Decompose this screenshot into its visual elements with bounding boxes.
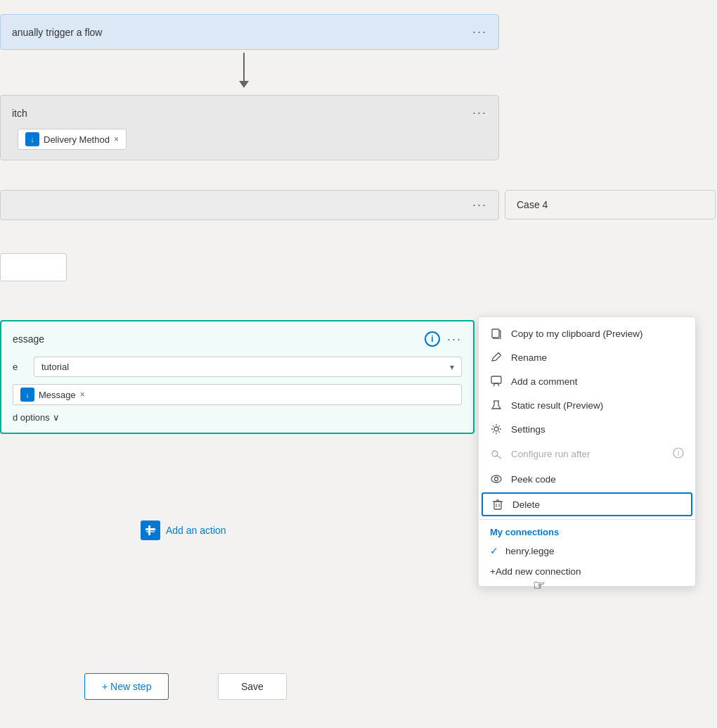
- message-tag-icon: ↓: [20, 388, 34, 402]
- new-step-button[interactable]: + New step: [84, 673, 169, 700]
- menu-add-connection[interactable]: +Add new connection: [479, 561, 695, 582]
- case4-title: Case 4: [517, 199, 548, 210]
- chevron-down-options-icon: ∨: [53, 412, 60, 423]
- message-tag-label: Message: [39, 390, 76, 400]
- menu-item-peek-code[interactable]: Peek code: [479, 467, 695, 491]
- advanced-options-label: d options: [13, 412, 50, 423]
- message-info-icon[interactable]: i: [425, 331, 440, 347]
- message-tag-close[interactable]: ×: [80, 390, 85, 400]
- message-title: essage: [13, 333, 44, 345]
- switch-body: ↓ Delivery Method ×: [12, 129, 487, 150]
- arrow-line: [243, 53, 245, 81]
- copy-icon: [490, 328, 503, 339]
- message-header-icons: i ···: [425, 331, 462, 347]
- menu-item-add-comment[interactable]: Add a comment: [479, 369, 695, 393]
- trigger-dots-menu[interactable]: ···: [472, 25, 487, 39]
- svg-text:i: i: [678, 449, 679, 457]
- settings-icon: [490, 423, 503, 435]
- configure-info-icon: i: [673, 447, 684, 461]
- context-menu: Copy to my clipboard (Preview) Rename Ad…: [478, 317, 696, 587]
- menu-label-rename: Rename: [511, 352, 547, 363]
- add-action[interactable]: Add an action: [141, 521, 226, 540]
- message-dots-menu[interactable]: ···: [447, 332, 462, 347]
- connections-section-title: My connections: [479, 523, 695, 540]
- eye-icon: [490, 473, 503, 485]
- menu-label-peek-code: Peek code: [511, 474, 556, 485]
- menu-connection-user[interactable]: ✓ henry.legge: [479, 540, 695, 561]
- svg-rect-4: [492, 329, 499, 338]
- dropdown-field[interactable]: tutorial ▾: [34, 357, 462, 377]
- menu-item-rename[interactable]: Rename: [479, 345, 695, 369]
- arrow-head: [239, 81, 249, 88]
- comment-icon: [490, 376, 503, 387]
- case-area: ···: [0, 190, 499, 220]
- add-connection-label: +Add new connection: [490, 566, 581, 577]
- arrow-connector: [239, 53, 249, 88]
- input-box[interactable]: [0, 253, 67, 281]
- case-area-dots[interactable]: ···: [472, 198, 487, 212]
- svg-point-12: [491, 475, 501, 483]
- advanced-options[interactable]: d options ∨: [13, 412, 462, 423]
- message-tag[interactable]: ↓ Message ×: [13, 384, 462, 405]
- menu-label-add-comment: Add a comment: [511, 376, 578, 387]
- delete-icon: [491, 499, 504, 510]
- main-canvas: anually trigger a flow ··· itch ··· ↓ De…: [0, 0, 506, 728]
- trigger-title: anually trigger a flow: [12, 27, 102, 38]
- field-row-2: ↓ Message ×: [13, 384, 462, 405]
- add-action-icon: [141, 521, 160, 540]
- case4-block: Case 4: [505, 190, 716, 219]
- svg-point-7: [494, 427, 498, 431]
- switch-title: itch: [12, 108, 27, 119]
- trigger-block: anually trigger a flow ···: [0, 14, 499, 50]
- svg-rect-2: [146, 531, 155, 532]
- delivery-method-tag[interactable]: ↓ Delivery Method ×: [18, 129, 127, 150]
- dropdown-value: tutorial: [41, 362, 69, 372]
- menu-item-copy-clipboard[interactable]: Copy to my clipboard (Preview): [479, 321, 695, 345]
- menu-item-settings[interactable]: Settings: [479, 417, 695, 441]
- field-label: e: [13, 362, 27, 372]
- field-row-1: e tutorial ▾: [13, 357, 462, 377]
- connection-user-label: henry.legge: [505, 546, 555, 556]
- chevron-down-icon: ▾: [450, 362, 454, 372]
- check-icon: ✓: [490, 545, 498, 556]
- menu-item-delete[interactable]: Delete: [482, 492, 692, 516]
- flask-icon: [490, 400, 503, 411]
- menu-item-configure-run-after[interactable]: Configure run after i: [479, 441, 695, 467]
- message-header: essage i ···: [13, 331, 462, 347]
- delivery-tag-icon: ↓: [25, 132, 39, 146]
- switch-dots-menu[interactable]: ···: [472, 106, 487, 120]
- delivery-tag-label: Delivery Method: [44, 134, 110, 145]
- menu-label-copy-clipboard: Copy to my clipboard (Preview): [511, 328, 643, 339]
- svg-rect-14: [494, 502, 501, 509]
- switch-block: itch ··· ↓ Delivery Method ×: [0, 95, 499, 160]
- svg-rect-5: [491, 376, 501, 383]
- add-action-svg: [145, 525, 156, 536]
- menu-label-configure-run-after: Configure run after: [511, 449, 590, 459]
- menu-label-delete: Delete: [512, 499, 540, 510]
- save-button[interactable]: Save: [218, 673, 287, 700]
- svg-point-13: [495, 478, 498, 481]
- menu-label-static-result: Static result (Preview): [511, 400, 603, 411]
- svg-line-9: [497, 455, 501, 459]
- key-icon: [490, 449, 503, 460]
- menu-label-settings: Settings: [511, 424, 545, 435]
- message-block: essage i ··· e tutorial ▾ ↓ Message × d …: [0, 320, 474, 434]
- rename-icon: [490, 352, 503, 363]
- delivery-tag-close[interactable]: ×: [114, 134, 119, 144]
- menu-item-static-result[interactable]: Static result (Preview): [479, 393, 695, 417]
- svg-rect-1: [148, 525, 150, 535]
- menu-divider: [479, 519, 695, 520]
- switch-header: itch ···: [12, 106, 487, 120]
- add-action-label: Add an action: [166, 525, 226, 536]
